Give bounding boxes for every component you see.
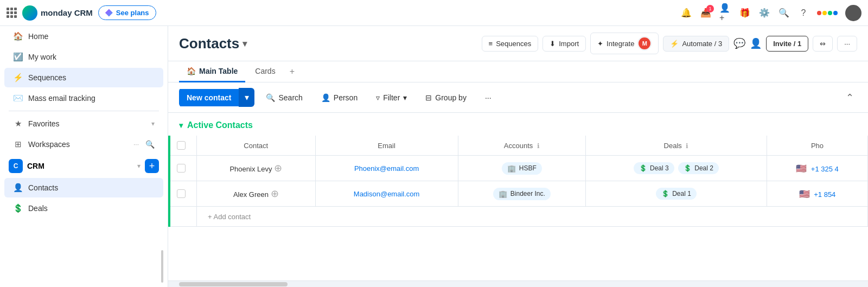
integrate-button[interactable]: ✦ Integrate M (590, 33, 659, 54)
gift-icon[interactable]: 🎁 (739, 7, 751, 19)
settings-icon[interactable]: ⚙️ (758, 7, 770, 19)
topbar-right: 🔔 📥 1 👤+ 🎁 ⚙️ 🔍 ? (680, 5, 861, 21)
person-button[interactable]: 👤 Person (314, 89, 365, 106)
row1-phone-cell: 🇺🇸 +1 325 4 (767, 156, 867, 181)
row1-email[interactable]: Phoenix@email.com (354, 164, 419, 173)
tab-main-table[interactable]: 🏠 Main Table (179, 61, 245, 82)
see-plans-button[interactable]: See plans (98, 5, 156, 20)
group-header-active-contacts[interactable]: ▾ Active Contacts (168, 113, 868, 136)
sidebar-item-favorites[interactable]: ★ Favorites ▾ (4, 114, 163, 133)
grid-menu-icon[interactable] (7, 8, 17, 18)
group-by-button[interactable]: ⊟ Group by (418, 89, 474, 106)
row2-account-badge[interactable]: 🏢 Bindeer Inc. (493, 188, 551, 200)
sidebar-item-my-work[interactable]: ☑️ My work (4, 47, 163, 67)
my-work-icon: ☑️ (13, 52, 23, 62)
tab-cards[interactable]: Cards (247, 61, 283, 82)
table-header-row: Contact Email Accounts ℹ Deals ℹ (169, 136, 868, 156)
crm-icon: C (9, 159, 23, 173)
logo-icon (22, 5, 37, 21)
sidebar-item-workspaces[interactable]: ⊞ Workspaces ··· 🔍 (4, 135, 163, 154)
filter-chevron: ▾ (403, 93, 407, 102)
sidebar: 🏠 Home ☑️ My work ⚡ Sequences ✉️ Mass em… (0, 26, 168, 287)
workspaces-search[interactable]: 🔍 (145, 140, 155, 149)
link-button[interactable]: ⇔ (813, 36, 833, 52)
row2-add-person-icon[interactable]: ⊕ (271, 188, 279, 199)
row2-deal1-icon: 💲 (661, 190, 669, 197)
automate-button[interactable]: ⚡ Automate / 3 (663, 36, 729, 52)
new-contact-dropdown[interactable]: ▾ (239, 88, 254, 107)
accounts-info-icon[interactable]: ℹ (537, 142, 540, 150)
new-contact-main[interactable]: New contact (179, 89, 239, 106)
row2-email-cell: Madison@email.com (315, 181, 458, 207)
filter-label: Filter (383, 93, 400, 102)
content-area: Contacts ▾ ≡ Sequences ⬇ Import ✦ Integr… (168, 26, 868, 287)
col-accounts: Accounts ℹ (458, 136, 585, 156)
add-contact-cell[interactable]: + Add contact (197, 207, 868, 227)
row1-deal2-badge[interactable]: 💲 Deal 2 (678, 162, 719, 174)
row2-email[interactable]: Madison@email.com (354, 190, 420, 198)
import-button[interactable]: ⬇ Import (542, 36, 586, 52)
notification-icon[interactable]: 🔔 (680, 7, 692, 19)
sequences-header-icon: ≡ (489, 40, 493, 48)
hscrollbar[interactable] (179, 282, 288, 286)
row1-deal1-name: Deal 3 (650, 164, 669, 172)
add-crm-button[interactable]: + (145, 159, 159, 173)
tab-main-table-icon: 🏠 (187, 67, 196, 75)
logo-area: monday CRM (22, 5, 93, 21)
row1-checkbox-cell (169, 156, 197, 181)
tab-add-button[interactable]: + (285, 61, 299, 82)
crm-chevron: ▾ (137, 162, 141, 170)
profile-icon[interactable]: 👤 (750, 37, 762, 49)
sequences-header-button[interactable]: ≡ Sequences (482, 36, 539, 52)
inbox-icon[interactable]: 📥 1 (700, 7, 712, 19)
chat-icon[interactable]: 💬 (733, 37, 745, 49)
sidebar-item-contacts[interactable]: 👤 Contacts (4, 178, 163, 197)
add-contact-row[interactable]: + Add contact (169, 207, 868, 227)
sequences-icon: ⚡ (13, 73, 23, 82)
row2-deal1-badge[interactable]: 💲 Deal 1 (656, 188, 697, 200)
search-button[interactable]: 🔍 Search (259, 89, 309, 106)
filter-button[interactable]: ▿ Filter ▾ (369, 89, 414, 106)
contacts-table: Contact Email Accounts ℹ Deals ℹ (168, 136, 868, 227)
row1-account-badge[interactable]: 🏢 HSBF (502, 162, 542, 175)
header-checkbox[interactable] (177, 141, 186, 150)
group-label: Active Contacts (187, 120, 253, 130)
page-title-chevron[interactable]: ▾ (242, 39, 247, 49)
avatar[interactable] (845, 5, 861, 21)
row1-contact-name: Phoenix Levy (229, 165, 272, 173)
help-icon[interactable]: ? (797, 7, 809, 19)
row2-checkbox[interactable] (177, 189, 186, 198)
invite-button[interactable]: Invite / 1 (766, 36, 808, 52)
sidebar-item-home[interactable]: 🏠 Home (4, 27, 163, 46)
invite-people-icon[interactable]: 👤+ (719, 7, 731, 19)
more-options-button[interactable]: ··· (837, 36, 857, 52)
workspaces-label: Workspaces (28, 140, 126, 149)
person-icon: 👤 (321, 93, 330, 102)
invite-label: Invite / 1 (773, 40, 801, 48)
sidebar-item-deals[interactable]: 💲 Deals (4, 199, 163, 218)
sidebar-scrollbar[interactable] (161, 250, 163, 283)
new-contact-button[interactable]: New contact ▾ (179, 88, 254, 107)
sidebar-item-sequences[interactable]: ⚡ Sequences (4, 68, 163, 87)
row1-deal1-badge[interactable]: 💲 Deal 3 (634, 162, 674, 174)
row2-contact-name: Alex Green (233, 190, 269, 199)
sidebar-divider-1 (9, 111, 159, 111)
header-actions: ≡ Sequences ⬇ Import ✦ Integrate M ⚡ Aut… (482, 33, 857, 54)
sidebar-item-mass-email[interactable]: ✉️ Mass email tracking (4, 88, 163, 108)
more-toolbar-button[interactable]: ··· (478, 89, 499, 106)
table-row: Phoenix Levy ⊕ Phoenix@email.com 🏢 HSBF (169, 156, 868, 181)
search-icon[interactable]: 🔍 (778, 7, 790, 19)
workspaces-icon: ⊞ (13, 139, 23, 149)
workspaces-more[interactable]: ··· (133, 141, 139, 148)
row2-account-cell: 🏢 Bindeer Inc. (458, 181, 585, 207)
favorites-icon: ★ (13, 119, 23, 129)
tabs-bar: 🏠 Main Table Cards + (168, 61, 868, 82)
deals-info-icon[interactable]: ℹ (686, 142, 688, 150)
row1-add-person-icon[interactable]: ⊕ (274, 163, 282, 174)
collapse-button[interactable]: ⌃ (843, 88, 857, 107)
link-icon: ⇔ (820, 40, 826, 48)
integrate-m-wrapper: M (637, 36, 652, 50)
row2-checkbox-cell (169, 181, 197, 207)
row1-checkbox[interactable] (177, 164, 186, 173)
topbar-left: monday CRM See plans (7, 5, 156, 21)
